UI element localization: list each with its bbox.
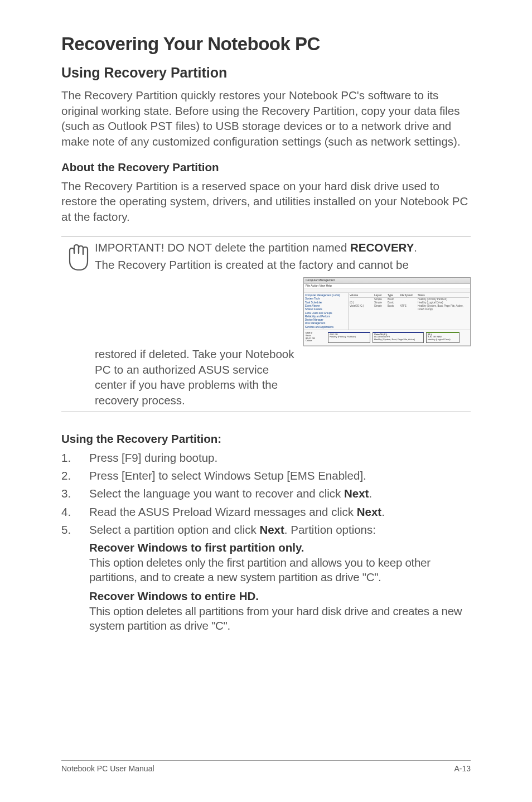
hand-icon <box>61 240 95 272</box>
cm-menu: File Action View Help <box>304 284 470 288</box>
section-paragraph: The Recovery Partition quickly restores … <box>61 88 471 149</box>
disk-management-screenshot: Computer Management File Action View Hel… <box>303 277 471 346</box>
substep-2-body: This option deletes all partitions from … <box>89 604 471 634</box>
callout-line2: The Recovery Partition is created at the… <box>95 257 471 273</box>
about-heading: About the Recovery Partition <box>61 161 471 174</box>
step-1: Press [F9] during bootup. <box>61 450 471 466</box>
tree-item: Services and Applications <box>305 326 347 329</box>
page-title: Recovering Your Notebook PC <box>61 33 471 55</box>
step-4: Read the ASUS Preload Wizard messages an… <box>61 504 471 520</box>
cm-disk-blocks: Disk 0 Basic 86.67 GB Online 4.00 GB Hea… <box>304 330 470 345</box>
step-2: Press [Enter] to select Windows Setup [E… <box>61 468 471 484</box>
step-3: Select the language you want to recover … <box>61 486 471 501</box>
substep-1-title: Recover Windows to first partition only. <box>89 540 471 555</box>
cm-row: VistaOS (C:) Simple Basic NTFS Healthy (… <box>350 305 469 311</box>
cm-block: 4.00 GB Healthy (Primary Partition) <box>328 332 370 343</box>
substep-1-body: This option deletes only the first parti… <box>89 555 471 585</box>
callout-text: IMPORTANT! DO NOT delete the partition n… <box>95 240 471 408</box>
cm-list-header: Volume Layout Type File System Status <box>350 294 469 298</box>
section-heading: Using Recovery Partition <box>61 65 471 81</box>
substep-2: Recover Windows to entire HD. This optio… <box>61 588 471 634</box>
substep-2-title: Recover Windows to entire HD. <box>89 588 471 604</box>
cm-toolbar <box>304 288 470 293</box>
cm-list: Volume Layout Type File System Status Si… <box>349 293 470 330</box>
cm-disk-label: Disk 0 Basic 86.67 GB Online <box>306 332 326 344</box>
callout-line1a: IMPORTANT! DO NOT delete the partition n… <box>95 241 350 254</box>
cm-titlebar: Computer Management <box>304 278 470 284</box>
cm-legend: Unallocated Primary partition Extended p… <box>304 345 470 346</box>
about-paragraph: The Recovery Partition is a reserved spa… <box>61 178 471 225</box>
step-5: Select a partition option and click Next… <box>61 522 471 538</box>
cm-block: VistaOS (C:) 86.58 GB NTFS Healthy (Syst… <box>373 332 424 343</box>
cm-tree: Computer Management (Local) System Tools… <box>304 293 349 330</box>
page-container: Recovering Your Notebook PC Using Recove… <box>0 0 532 802</box>
footer-right: A-13 <box>454 764 471 773</box>
callout-line1c: . <box>414 241 417 254</box>
cm-block: (D:) 9.30 GB RAW Healthy (Logical Drive) <box>426 332 460 343</box>
usage-heading: Using the Recovery Partition: <box>61 432 471 446</box>
callout-wrap: restored if deleted. Take your Notebook … <box>95 346 301 408</box>
recovery-word: RECOVERY <box>350 241 414 254</box>
substep-1: Recover Windows to first partition only.… <box>61 540 471 585</box>
footer-left: Notebook PC User Manual <box>61 764 154 773</box>
page-footer: Notebook PC User Manual A-13 <box>61 760 471 773</box>
steps-list: Press [F9] during bootup. Press [Enter] … <box>61 450 471 538</box>
important-callout: IMPORTANT! DO NOT delete the partition n… <box>61 236 471 412</box>
